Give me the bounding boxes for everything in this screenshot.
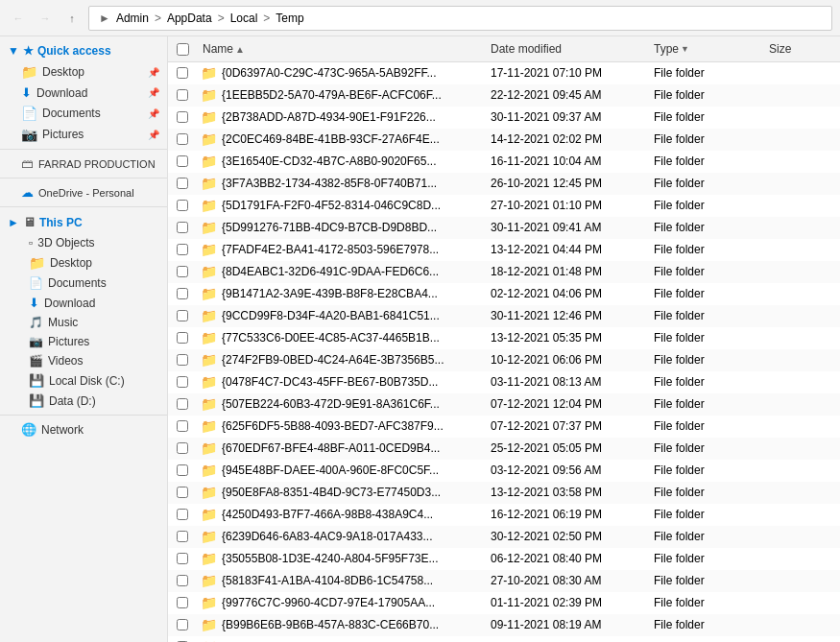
table-row[interactable]: 📁 {6239D646-6A83-4AC9-9A18-017A433... 30… bbox=[168, 526, 840, 548]
sidebar-item-local-disk[interactable]: 💾 Local Disk (C:) bbox=[0, 370, 167, 391]
sidebar-divider-1 bbox=[0, 149, 167, 150]
sidebar-section-this-pc[interactable]: ► 🖥 This PC bbox=[0, 211, 167, 233]
row-checkbox[interactable] bbox=[177, 376, 188, 388]
row-checkbox[interactable] bbox=[177, 442, 188, 454]
sidebar-item-music[interactable]: 🎵 Music bbox=[0, 313, 167, 332]
table-row[interactable]: 📁 {0D6397A0-C29C-473C-965A-5AB92FF... 17… bbox=[168, 62, 840, 84]
table-row[interactable]: 📁 {274F2FB9-0BED-4C24-A64E-3B7356B5... 1… bbox=[168, 349, 840, 371]
row-checkbox[interactable] bbox=[177, 222, 188, 233]
table-row[interactable]: 📁 {5D991276-71BB-4DC9-B7CB-D9D8BD... 30-… bbox=[168, 217, 840, 239]
sidebar-item-farrad[interactable]: 🗃 FARRAD PRODUCTION bbox=[0, 154, 167, 174]
select-all-checkbox[interactable] bbox=[177, 43, 189, 56]
file-name-cell: 📁 {3E16540E-CD32-4B7C-A8B0-9020F65... bbox=[197, 152, 485, 171]
file-date: 26-10-2021 12:45 PM bbox=[485, 175, 648, 192]
sidebar-item-pictures2[interactable]: 📷 Pictures bbox=[0, 332, 167, 351]
row-checkbox[interactable] bbox=[177, 487, 188, 498]
breadcrumb-temp[interactable]: Temp bbox=[276, 12, 303, 25]
row-checkbox[interactable] bbox=[177, 155, 188, 167]
table-row[interactable]: 📁 {9CCD99F8-D34F-4A20-BAB1-6841C51... 30… bbox=[168, 305, 840, 327]
table-row[interactable]: 📁 {3F7A3BB2-1734-4382-85F8-0F740B71... 2… bbox=[168, 173, 840, 195]
row-checkbox[interactable] bbox=[177, 531, 188, 542]
table-row[interactable]: 📁 {B8025A72-4131-4B24-82E4-FF3A8E14... 0… bbox=[168, 636, 840, 642]
table-row[interactable]: 📁 {1EEBB5D2-5A70-479A-BE6F-ACFC06F... 22… bbox=[168, 84, 840, 107]
sidebar-item-onedrive[interactable]: ☁ OneDrive - Personal bbox=[0, 182, 167, 202]
back-button[interactable]: ← bbox=[8, 8, 29, 29]
row-checkbox[interactable] bbox=[177, 398, 188, 410]
address-bar[interactable]: ► Admin > AppData > Local > Temp bbox=[88, 6, 832, 31]
folder-icon: 📁 bbox=[201, 220, 217, 235]
breadcrumb-admin[interactable]: Admin bbox=[116, 12, 149, 25]
table-row[interactable]: 📁 {507EB224-60B3-472D-9E91-8A361C6F... 0… bbox=[168, 393, 840, 416]
table-row[interactable]: 📁 {77C533C6-D0EE-4C85-AC37-4465B1B... 13… bbox=[168, 327, 840, 349]
sidebar-item-download2[interactable]: ⬇ Download bbox=[0, 293, 167, 313]
row-checkbox[interactable] bbox=[177, 597, 188, 608]
sidebar-item-data[interactable]: 💾 Data (D:) bbox=[0, 391, 167, 411]
file-size bbox=[763, 490, 840, 494]
sidebar-item-download[interactable]: ⬇ Download 📌 bbox=[0, 83, 167, 103]
sidebar-item-documents2[interactable]: 📄 Documents bbox=[0, 273, 167, 293]
row-checkbox[interactable] bbox=[177, 310, 188, 321]
col-header-name[interactable]: Name ▲ bbox=[197, 40, 485, 58]
row-checkbox[interactable] bbox=[177, 67, 188, 79]
file-type: File folder bbox=[648, 175, 763, 192]
disk2-icon: 💾 bbox=[29, 393, 44, 408]
table-row[interactable]: 📁 {2C0EC469-84BE-41BB-93CF-27A6F4E... 14… bbox=[168, 129, 840, 151]
table-row[interactable]: 📁 {99776C7C-9960-4CD7-97E4-17905AA... 01… bbox=[168, 592, 840, 614]
sidebar-item-desktop2[interactable]: 📁 Desktop bbox=[0, 252, 167, 273]
row-checkbox[interactable] bbox=[177, 575, 188, 586]
file-size bbox=[763, 292, 840, 296]
file-name: {2B738ADD-A87D-4934-90E1-F91F226... bbox=[222, 110, 436, 124]
file-size bbox=[763, 579, 840, 583]
row-checkbox[interactable] bbox=[177, 266, 188, 277]
sidebar-item-network[interactable]: 🌐 Network bbox=[0, 419, 167, 440]
col-header-size[interactable]: Size bbox=[763, 40, 840, 58]
row-checkbox[interactable] bbox=[177, 89, 188, 101]
row-checkbox[interactable] bbox=[177, 178, 188, 189]
sidebar-item-3dobjects[interactable]: ▫ 3D Objects bbox=[0, 233, 167, 252]
file-name: {3E16540E-CD32-4B7C-A8B0-9020F65... bbox=[222, 155, 436, 168]
table-row[interactable]: 📁 {7FADF4E2-BA41-4172-8503-596E7978... 1… bbox=[168, 239, 840, 261]
sidebar-section-quick-access[interactable]: ▼ ★ Quick access bbox=[0, 40, 167, 61]
table-row[interactable]: 📁 {0478F4C7-DC43-45FF-BE67-B0B735D... 03… bbox=[168, 371, 840, 393]
col-header-date[interactable]: Date modified bbox=[485, 40, 648, 58]
breadcrumb-local[interactable]: Local bbox=[230, 12, 258, 25]
table-row[interactable]: 📁 {5D1791FA-F2F0-4F52-8314-046C9C8D... 2… bbox=[168, 195, 840, 217]
row-checkbox[interactable] bbox=[177, 133, 188, 145]
table-row[interactable]: 📁 {4250D493-B7F7-466A-98B8-438A9C4... 16… bbox=[168, 504, 840, 526]
sidebar-item-documents[interactable]: 📄 Documents 📌 bbox=[0, 103, 167, 124]
table-row[interactable]: 📁 {9B1471A2-3A9E-439B-B8F8-E28CBA4... 02… bbox=[168, 283, 840, 305]
table-row[interactable]: 📁 {2B738ADD-A87D-4934-90E1-F91F226... 30… bbox=[168, 107, 840, 129]
table-row[interactable]: 📁 {670EDF67-BFE4-48BF-A011-0CED9B4... 25… bbox=[168, 438, 840, 460]
file-size bbox=[763, 601, 840, 605]
table-row[interactable]: 📁 {35055B08-1D3E-4240-A804-5F95F73E... 0… bbox=[168, 548, 840, 570]
file-date: 10-12-2021 06:06 PM bbox=[485, 351, 648, 369]
table-row[interactable]: 📁 {945E48BF-DAEE-400A-960E-8FC0C5F... 03… bbox=[168, 460, 840, 482]
row-checkbox[interactable] bbox=[177, 619, 188, 630]
table-row[interactable]: 📁 {950E8FA8-8351-4B4D-9C73-E77450D3... 1… bbox=[168, 482, 840, 504]
forward-button[interactable]: → bbox=[35, 8, 56, 29]
row-checkbox[interactable] bbox=[177, 354, 188, 366]
row-checkbox[interactable] bbox=[177, 464, 188, 476]
row-checkbox[interactable] bbox=[177, 509, 188, 520]
file-type: File folder bbox=[648, 263, 763, 280]
sidebar-item-desktop[interactable]: 📁 Desktop 📌 bbox=[0, 61, 167, 83]
table-row[interactable]: 📁 {8D4EABC1-32D6-491C-9DAA-FED6C6... 18-… bbox=[168, 261, 840, 283]
sidebar-item-pictures[interactable]: 📷 Pictures 📌 bbox=[0, 124, 167, 145]
breadcrumb-appdata[interactable]: AppData bbox=[167, 12, 212, 25]
checkbox-header[interactable] bbox=[168, 40, 197, 58]
row-checkbox[interactable] bbox=[177, 332, 188, 344]
row-checkbox[interactable] bbox=[177, 111, 188, 123]
row-checkbox[interactable] bbox=[177, 244, 188, 255]
sidebar-item-videos[interactable]: 🎬 Videos bbox=[0, 351, 167, 370]
table-row[interactable]: 📁 {58183F41-A1BA-4104-8DB6-1C54758... 27… bbox=[168, 570, 840, 592]
row-checkbox[interactable] bbox=[177, 420, 188, 432]
table-row[interactable]: 📁 {625F6DF5-5B88-4093-BED7-AFC387F9... 0… bbox=[168, 416, 840, 438]
table-row[interactable]: 📁 {3E16540E-CD32-4B7C-A8B0-9020F65... 16… bbox=[168, 151, 840, 173]
row-checkbox[interactable] bbox=[177, 553, 188, 564]
row-checkbox[interactable] bbox=[177, 288, 188, 299]
table-row[interactable]: 📁 {B99B6E6B-9B6B-457A-883C-CE66B70... 09… bbox=[168, 614, 840, 636]
folder-icon: 📁 bbox=[201, 65, 217, 81]
row-checkbox[interactable] bbox=[177, 200, 188, 211]
up-button[interactable]: ↑ bbox=[61, 8, 83, 29]
col-header-type[interactable]: Type ▼ bbox=[648, 40, 763, 58]
